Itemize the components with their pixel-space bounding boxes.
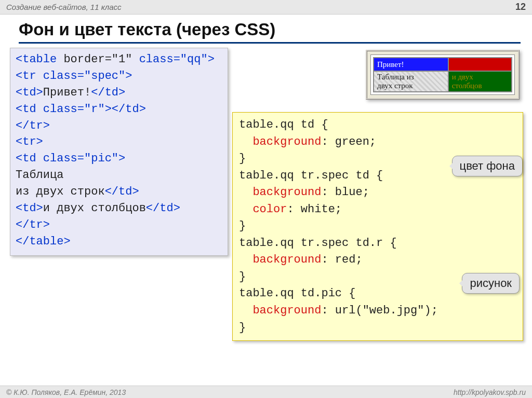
cell-red xyxy=(448,58,512,71)
page-title: Фон и цвет текста (через CSS) xyxy=(19,20,275,39)
table-row: Привет! xyxy=(374,58,512,71)
footer-bar: © К.Ю. Поляков, Е.А. Ерёмин, 2013 http:/… xyxy=(0,386,532,398)
rendered-preview-body: Привет! Таблица из двух строк и двух сто… xyxy=(370,54,515,95)
footer-copyright: © К.Ю. Поляков, Е.А. Ерёмин, 2013 xyxy=(6,388,126,396)
cell-blue: Привет! xyxy=(374,58,448,71)
html-code-block: <table border="1" class="qq"> <tr class=… xyxy=(10,48,228,256)
callout-image: рисунок xyxy=(462,273,520,294)
callout-bgcolor: цвет фона xyxy=(452,156,523,176)
header-bar: Создание веб-сайтов, 11 класс 12 xyxy=(0,0,532,15)
code-line: <table xyxy=(16,53,57,66)
cell-pic: Таблица из двух строк xyxy=(374,71,448,92)
page-number: 12 xyxy=(515,2,526,12)
cell-green: и двух столбцов xyxy=(448,71,512,92)
rendered-preview-window: Привет! Таблица из двух строк и двух сто… xyxy=(366,50,520,100)
css-code-block: table.qq td { background: green; } table… xyxy=(232,112,523,341)
table-row: Таблица из двух строк и двух столбцов xyxy=(374,71,512,92)
rendered-table: Привет! Таблица из двух строк и двух сто… xyxy=(373,57,512,92)
footer-url: http://kpolyakov.spb.ru xyxy=(454,388,526,396)
breadcrumb: Создание веб-сайтов, 11 класс xyxy=(6,3,122,11)
title-underline xyxy=(19,42,521,44)
